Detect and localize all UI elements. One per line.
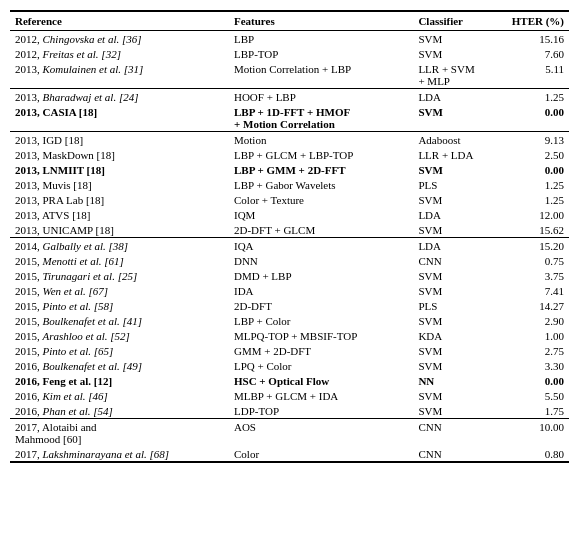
table-row: 2016, Phan et al. [54]LDP-TOPSVM1.75 bbox=[10, 403, 569, 419]
cell-reference: 2013, LNMIIT [18] bbox=[10, 162, 229, 177]
cell-features: LBP + 1D-FFT + HMOF+ Motion Correlation bbox=[229, 104, 413, 132]
cell-reference: 2013, Bharadwaj et al. [24] bbox=[10, 89, 229, 105]
cell-classifier: CNN bbox=[413, 419, 499, 447]
table-row: 2013, MaskDown [18]LBP + GLCM + LBP-TOPL… bbox=[10, 147, 569, 162]
cell-classifier: SVM bbox=[413, 388, 499, 403]
header-hter: HTER (%) bbox=[500, 11, 569, 31]
table-row: 2013, Muvis [18]LBP + Gabor WaveletsPLS1… bbox=[10, 177, 569, 192]
header-features: Features bbox=[229, 11, 413, 31]
table-row: 2015, Wen et al. [67]IDASVM7.41 bbox=[10, 283, 569, 298]
cell-reference: 2016, Phan et al. [54] bbox=[10, 403, 229, 419]
cell-hter: 10.00 bbox=[500, 419, 569, 447]
table-row: 2016, Boulkenafet et al. [49]LPQ + Color… bbox=[10, 358, 569, 373]
cell-hter: 3.75 bbox=[500, 268, 569, 283]
cell-features: LBP-TOP bbox=[229, 46, 413, 61]
table-row: 2013, LNMIIT [18]LBP + GMM + 2D-FFTSVM0.… bbox=[10, 162, 569, 177]
table-row: 2015, Tirunagari et al. [25]DMD + LBPSVM… bbox=[10, 268, 569, 283]
cell-hter: 5.11 bbox=[500, 61, 569, 89]
cell-classifier: LDA bbox=[413, 89, 499, 105]
table-row: 2012, Chingovska et al. [36]LBPSVM15.16 bbox=[10, 31, 569, 47]
cell-classifier: LDA bbox=[413, 207, 499, 222]
cell-hter: 2.75 bbox=[500, 343, 569, 358]
results-table: Reference Features Classifier HTER (%) 2… bbox=[10, 10, 569, 463]
cell-features: LBP + Color bbox=[229, 313, 413, 328]
cell-hter: 12.00 bbox=[500, 207, 569, 222]
table-row: 2013, Bharadwaj et al. [24]HOOF + LBPLDA… bbox=[10, 89, 569, 105]
cell-hter: 0.00 bbox=[500, 373, 569, 388]
table-row: 2013, ATVS [18]IQMLDA12.00 bbox=[10, 207, 569, 222]
cell-features: IDA bbox=[229, 283, 413, 298]
cell-reference: 2015, Tirunagari et al. [25] bbox=[10, 268, 229, 283]
cell-features: Color bbox=[229, 446, 413, 462]
cell-classifier: SVM bbox=[413, 162, 499, 177]
cell-hter: 3.30 bbox=[500, 358, 569, 373]
cell-hter: 15.20 bbox=[500, 238, 569, 254]
cell-hter: 7.60 bbox=[500, 46, 569, 61]
cell-features: MLPQ-TOP + MBSIF-TOP bbox=[229, 328, 413, 343]
cell-features: IQA bbox=[229, 238, 413, 254]
cell-hter: 1.00 bbox=[500, 328, 569, 343]
cell-reference: 2013, IGD [18] bbox=[10, 132, 229, 148]
cell-features: 2D-DFT bbox=[229, 298, 413, 313]
cell-hter: 15.16 bbox=[500, 31, 569, 47]
cell-hter: 0.00 bbox=[500, 104, 569, 132]
cell-hter: 9.13 bbox=[500, 132, 569, 148]
cell-classifier: SVM bbox=[413, 358, 499, 373]
table-row: 2015, Pinto et al. [65]GMM + 2D-DFTSVM2.… bbox=[10, 343, 569, 358]
cell-reference: 2013, Komulainen et al. [31] bbox=[10, 61, 229, 89]
cell-reference: 2016, Kim et al. [46] bbox=[10, 388, 229, 403]
cell-hter: 1.25 bbox=[500, 192, 569, 207]
cell-classifier: SVM bbox=[413, 104, 499, 132]
cell-reference: 2015, Wen et al. [67] bbox=[10, 283, 229, 298]
cell-features: Color + Texture bbox=[229, 192, 413, 207]
cell-reference: 2012, Chingovska et al. [36] bbox=[10, 31, 229, 47]
cell-hter: 2.90 bbox=[500, 313, 569, 328]
cell-features: LDP-TOP bbox=[229, 403, 413, 419]
cell-reference: 2013, PRA Lab [18] bbox=[10, 192, 229, 207]
cell-features: MLBP + GLCM + IDA bbox=[229, 388, 413, 403]
cell-hter: 0.80 bbox=[500, 446, 569, 462]
cell-features: IQM bbox=[229, 207, 413, 222]
cell-reference: 2013, UNICAMP [18] bbox=[10, 222, 229, 238]
cell-reference: 2014, Galbally et al. [38] bbox=[10, 238, 229, 254]
table-row: 2012, Freitas et al. [32]LBP-TOPSVM7.60 bbox=[10, 46, 569, 61]
cell-hter: 1.75 bbox=[500, 403, 569, 419]
cell-features: AOS bbox=[229, 419, 413, 447]
cell-reference: 2015, Boulkenafet et al. [41] bbox=[10, 313, 229, 328]
cell-features: LBP + Gabor Wavelets bbox=[229, 177, 413, 192]
table-row: 2013, CASIA [18]LBP + 1D-FFT + HMOF+ Mot… bbox=[10, 104, 569, 132]
cell-hter: 5.50 bbox=[500, 388, 569, 403]
cell-features: HOOF + LBP bbox=[229, 89, 413, 105]
cell-classifier: KDA bbox=[413, 328, 499, 343]
cell-classifier: PLS bbox=[413, 298, 499, 313]
table-row: 2016, Feng et al. [12]HSC + Optical Flow… bbox=[10, 373, 569, 388]
cell-hter: 7.41 bbox=[500, 283, 569, 298]
cell-features: DNN bbox=[229, 253, 413, 268]
cell-reference: 2015, Pinto et al. [65] bbox=[10, 343, 229, 358]
cell-classifier: SVM bbox=[413, 222, 499, 238]
cell-features: Motion Correlation + LBP bbox=[229, 61, 413, 89]
table-row: 2015, Arashloo et al. [52]MLPQ-TOP + MBS… bbox=[10, 328, 569, 343]
cell-classifier: SVM bbox=[413, 343, 499, 358]
cell-reference: 2013, MaskDown [18] bbox=[10, 147, 229, 162]
cell-reference: 2017, Lakshminarayana et al. [68] bbox=[10, 446, 229, 462]
cell-classifier: Adaboost bbox=[413, 132, 499, 148]
cell-classifier: LLR + LDA bbox=[413, 147, 499, 162]
table-row: 2013, PRA Lab [18]Color + TextureSVM1.25 bbox=[10, 192, 569, 207]
cell-classifier: CNN bbox=[413, 253, 499, 268]
table-row: 2013, IGD [18]MotionAdaboost9.13 bbox=[10, 132, 569, 148]
cell-features: HSC + Optical Flow bbox=[229, 373, 413, 388]
cell-hter: 1.25 bbox=[500, 177, 569, 192]
cell-classifier: SVM bbox=[413, 46, 499, 61]
cell-classifier: NN bbox=[413, 373, 499, 388]
cell-features: LBP + GLCM + LBP-TOP bbox=[229, 147, 413, 162]
cell-classifier: SVM bbox=[413, 283, 499, 298]
cell-reference: 2017, Alotaibi andMahmood [60] bbox=[10, 419, 229, 447]
table-row: 2017, Lakshminarayana et al. [68]ColorCN… bbox=[10, 446, 569, 462]
cell-features: GMM + 2D-DFT bbox=[229, 343, 413, 358]
cell-reference: 2013, ATVS [18] bbox=[10, 207, 229, 222]
header-reference: Reference bbox=[10, 11, 229, 31]
cell-hter: 14.27 bbox=[500, 298, 569, 313]
cell-reference: 2013, Muvis [18] bbox=[10, 177, 229, 192]
header-classifier: Classifier bbox=[413, 11, 499, 31]
